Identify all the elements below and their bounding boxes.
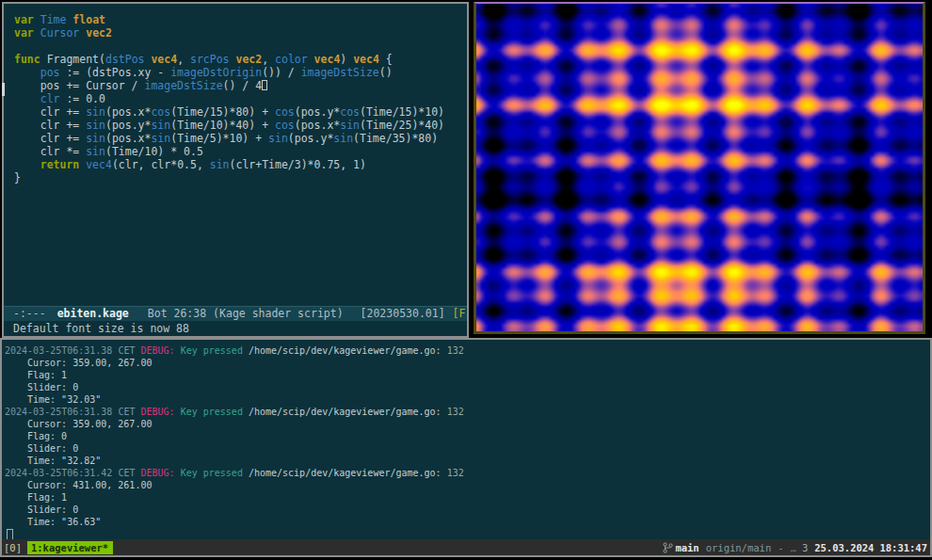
terminal-log-area[interactable]: 2024-03-25T06:31.38 CET DEBUG: Key press… [2, 340, 930, 539]
tmux-session-indicator: [0] [4, 542, 22, 553]
log-entry-field: Slider: 0 [5, 504, 930, 516]
log-entry-field: Time: "36.63" [5, 516, 930, 528]
status-clock: 18:31:47 [879, 542, 927, 553]
terminal-cursor [7, 529, 13, 539]
shader-output-window [474, 2, 925, 334]
code-line: } [14, 171, 467, 184]
git-branch-icon [663, 542, 673, 553]
log-entry-field: Flag: 1 [5, 369, 930, 381]
tmux-status-bar: [0] 1:kageviewer* main origin/main - … 3… [2, 539, 930, 555]
log-entry-field: Slider: 0 [5, 442, 930, 455]
editor-window: var Time floatvar Cursor vec2func Fragme… [2, 2, 469, 338]
shader-render-canvas[interactable] [476, 4, 923, 331]
modeline-overflow-text: [F [453, 307, 466, 320]
tmux-window-tab[interactable]: 1:kageviewer* [27, 541, 113, 554]
code-line [14, 40, 467, 53]
editor-cursor [262, 80, 267, 90]
log-entry-header: 2024-03-25T06:31.42 CET DEBUG: Key press… [5, 467, 930, 479]
modeline-state: -:--- [13, 307, 46, 320]
log-entry-field: Slider: 0 [5, 381, 930, 393]
code-line: clr *= sin(Time/10) * 0.5 [14, 145, 467, 158]
code-line: var Time float [14, 13, 467, 26]
modeline-buffer-name: ebiten.kage [57, 307, 129, 320]
editor-modeline: -:---ebiten.kageBot 26:38(Kage shader sc… [4, 306, 467, 321]
code-line: pos := (dstPos.xy - imageDstOrigin()) / … [14, 66, 467, 79]
log-entry-field: Time: "32.82" [5, 455, 930, 467]
log-entry-field: Flag: 1 [5, 491, 930, 504]
status-ellipsis: … [791, 542, 796, 553]
code-area[interactable]: var Time floatvar Cursor vec2func Fragme… [4, 4, 467, 306]
code-line: var Cursor vec2 [14, 26, 467, 40]
screen: var Time floatvar Cursor vec2func Fragme… [0, 0, 932, 560]
modeline-build-id: [20230530.01] [361, 307, 445, 320]
code-line: clr += sin(pos.y*sin(Time/10)*40) + cos(… [14, 119, 467, 132]
modeline-position: Bot 26:38 [148, 307, 206, 320]
terminal-window: 2024-03-25T06:31.38 CET DEBUG: Key press… [0, 338, 932, 557]
git-remote-name: origin/main [706, 542, 772, 553]
status-date: 25.03.2024 [814, 542, 874, 553]
tmux-status-right: main origin/main - … 3 25.03.2024 18:31:… [663, 539, 927, 555]
git-branch-name: main [675, 542, 699, 553]
log-entry-field: Cursor: 359.00, 267.00 [5, 357, 930, 369]
log-entry-field: Flag: 0 [5, 430, 930, 442]
log-entry-field: Cursor: 359.00, 267.00 [5, 418, 930, 430]
code-line: clr += sin(pos.x*cos(Time/15)*80) + cos(… [14, 105, 467, 119]
fringe-cursor-mark [2, 83, 5, 96]
log-entry-field: Time: "32.03" [5, 393, 930, 406]
log-entry-field: Cursor: 431.00, 261.00 [5, 479, 930, 491]
code-line: clr := 0.0 [14, 92, 467, 105]
log-entry-header: 2024-03-25T06:31.38 CET DEBUG: Key press… [5, 344, 930, 357]
echo-area-message: Default font size is now 88 [4, 321, 467, 336]
code-line: clr += sin(pos.x*sin(Time/5)*10) + sin(p… [14, 132, 467, 145]
modeline-major-mode: (Kage shader script) [213, 307, 343, 320]
status-count: 3 [802, 542, 808, 553]
code-line: pos += Cursor / imageDstSize() / 4 [14, 79, 467, 92]
code-line: return vec4(clr, clr*0.5, sin(clr+Time/3… [14, 158, 467, 171]
status-separator: - [778, 542, 783, 553]
code-line: func Fragment(dstPos vec4, srcPos vec2, … [14, 53, 467, 66]
log-entry-header: 2024-03-25T06:31.38 CET DEBUG: Key press… [5, 406, 930, 418]
